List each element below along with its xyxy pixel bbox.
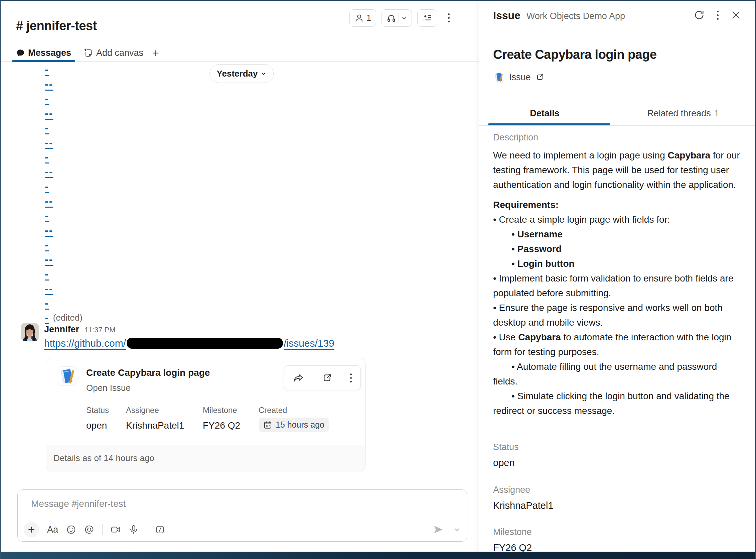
channel-pane: # jennifer-test 1 — [1, 1, 479, 553]
unfurl-subtitle: Open Issue — [86, 383, 131, 393]
panel-app-name: Work Objects Demo App — [526, 11, 625, 21]
related-threads-count: 1 — [714, 108, 719, 119]
description-block: • Automate filling out the username and … — [493, 359, 741, 389]
message-link[interactable]: - — [45, 151, 49, 163]
created-date-chip[interactable]: 15 hours ago — [259, 418, 329, 432]
unfurl-hover-toolbar — [284, 365, 361, 390]
panel-header: Issue Work Objects Demo App — [493, 9, 625, 22]
unfurl-field-status: Status open — [86, 405, 109, 431]
message-row: -- — [45, 106, 82, 121]
unfurl-field-created: Created 15 hours ago — [259, 405, 329, 432]
message-header: Jennifer 11:37 PM — [44, 324, 116, 335]
message-link[interactable]: - — [45, 268, 49, 280]
chat-bubble-icon — [16, 48, 25, 57]
message-row: - — [45, 91, 82, 106]
unfurl-field-milestone: Milestone FY26 Q2 — [203, 405, 240, 431]
message-link[interactable]: -- — [45, 107, 53, 119]
formatting-button[interactable]: Aa — [47, 524, 58, 535]
panel-field-assignee: Assignee KrishnaPatel1 — [493, 485, 553, 511]
chevron-down-icon[interactable] — [402, 15, 407, 21]
channel-more-menu[interactable] — [443, 9, 455, 27]
github-issue-link[interactable]: https://github.com//issues/139 — [44, 338, 334, 349]
message-body: https://github.com//issues/139 — [44, 338, 334, 349]
panel-more-icon[interactable] — [717, 11, 718, 20]
message-link[interactable]: - — [45, 63, 49, 75]
description-block: We need to implement a login page using … — [493, 148, 741, 192]
message-row: -- — [45, 281, 82, 296]
attach-plus-button[interactable] — [24, 522, 39, 537]
tab-related-threads[interactable]: Related threads 1 — [610, 101, 756, 126]
description-block: • Simulate clicking the login button and… — [493, 389, 741, 418]
message-link[interactable]: - — [45, 312, 49, 324]
close-icon[interactable] — [731, 10, 741, 20]
send-options-chevron-icon[interactable] — [454, 526, 460, 533]
avatar[interactable] — [21, 323, 39, 341]
channel-name[interactable]: # jennifer-test — [16, 19, 97, 33]
message-row: - — [45, 267, 82, 282]
message-link[interactable]: -- — [45, 78, 53, 90]
refresh-icon[interactable] — [693, 9, 705, 21]
message-link[interactable]: - — [45, 180, 49, 193]
message-row: - — [45, 121, 82, 135]
message-row: -- — [45, 223, 82, 238]
message-timestamp[interactable]: 11:37 PM — [85, 326, 116, 334]
send-divider — [449, 524, 449, 535]
tab-details[interactable]: Details — [479, 101, 610, 126]
forward-icon[interactable] — [293, 372, 304, 383]
message-link[interactable]: - — [45, 239, 49, 251]
huddle-divider — [399, 14, 399, 23]
mic-icon[interactable] — [128, 524, 139, 535]
description-block: • Username — [493, 227, 741, 242]
unfurl-field-assignee: Assignee KrishnaPatel1 — [126, 405, 184, 431]
message-link[interactable]: -- — [45, 224, 53, 237]
huddle-button[interactable] — [381, 9, 412, 27]
message-link[interactable]: - — [45, 297, 49, 309]
open-external-icon[interactable] — [322, 373, 332, 383]
window-bottom-frame — [1, 552, 755, 559]
panel-field-status: Status open — [493, 442, 519, 468]
canvas-shortcut-button[interactable] — [417, 9, 437, 27]
dash-message-list: --------------------------(edited) — [45, 62, 82, 325]
toolbar-divider — [147, 524, 147, 535]
message-row: - — [45, 179, 82, 194]
tab-messages[interactable]: Messages — [16, 44, 71, 62]
mention-icon[interactable] — [84, 524, 94, 535]
message-link[interactable]: -- — [45, 195, 53, 207]
message-link[interactable]: -- — [45, 165, 53, 178]
message-row: - — [45, 296, 82, 311]
message-row: - — [45, 238, 82, 252]
external-link-icon[interactable] — [536, 73, 544, 82]
unfurl-more-icon[interactable] — [350, 374, 352, 382]
active-tab-indicator — [488, 124, 610, 126]
composer-placeholder: Message #jennifer-test — [31, 498, 126, 509]
sparkle-list-icon — [422, 13, 432, 23]
toolbar-divider — [102, 524, 102, 535]
message-link[interactable]: -- — [45, 136, 53, 149]
message-link[interactable]: - — [45, 209, 49, 222]
description-block: • Create a simple login page with fields… — [493, 212, 741, 227]
message-link[interactable]: - — [45, 93, 49, 105]
issue-title: Create Capybara login page — [493, 47, 657, 62]
unfurl-title[interactable]: Create Capybara login page — [86, 367, 210, 378]
message-link[interactable]: -- — [45, 253, 53, 266]
message-link[interactable]: - — [45, 122, 49, 134]
channel-header-actions: 1 — [350, 9, 455, 27]
send-controls — [433, 524, 460, 535]
issue-book-icon — [493, 71, 504, 83]
members-button[interactable]: 1 — [350, 9, 376, 27]
add-tab-button[interactable]: + — [152, 44, 159, 62]
message-composer[interactable]: Message #jennifer-test Aa — [17, 489, 467, 542]
message-author[interactable]: Jennifer — [44, 324, 79, 335]
slash-commands-icon[interactable] — [155, 524, 165, 535]
person-icon — [354, 14, 364, 23]
message-link[interactable]: -- — [45, 283, 53, 295]
calendar-icon — [263, 420, 272, 429]
issue-description-body: We need to implement a login page using … — [493, 148, 741, 418]
send-icon[interactable] — [433, 524, 444, 535]
panel-header-actions — [693, 9, 741, 21]
emoji-icon[interactable] — [66, 524, 76, 535]
headphones-icon — [386, 14, 396, 23]
tab-add-canvas[interactable]: Add canvas — [84, 44, 143, 62]
video-icon[interactable] — [111, 524, 121, 535]
date-divider[interactable]: Yesterday — [210, 64, 274, 83]
